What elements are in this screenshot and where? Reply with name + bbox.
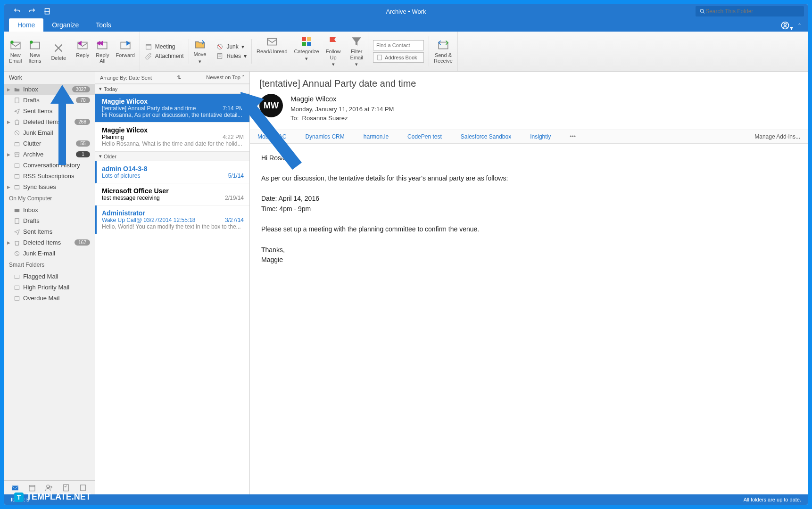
folder-clutter[interactable]: Clutter55 (4, 138, 95, 149)
message-item[interactable]: Maggie Wilcox [tentative] Annual Party d… (95, 94, 249, 123)
new-items-button[interactable]: New Items (29, 39, 41, 64)
manage-addins-button[interactable]: Manage Add-ins... (754, 133, 800, 140)
addin-link[interactable]: Dynamics CRM (305, 133, 344, 140)
message-item[interactable]: admin O14-3-8 Lots of pictures5/1/14 (95, 161, 249, 183)
folder-junk-email[interactable]: Junk Email (4, 127, 95, 138)
filter-email-button[interactable]: Filter Email ▾ (350, 35, 364, 67)
tab-organize[interactable]: Organize (43, 18, 87, 32)
svg-rect-14 (267, 39, 277, 45)
new-email-button[interactable]: New Email (9, 39, 22, 64)
arrange-by-button[interactable]: Arrange By: Date Sent (100, 75, 152, 81)
group-older[interactable]: ▾ Older (95, 151, 249, 161)
group-today[interactable]: ▾ Today (95, 84, 249, 94)
folder-inbox-local[interactable]: Inbox (4, 205, 95, 215)
reading-body: Hi Rosanna, As per our discussion, the t… (250, 144, 808, 275)
reading-from: Maggie Wilcox (290, 94, 394, 105)
notes-nav-icon[interactable] (79, 484, 87, 492)
folder-rss[interactable]: RSS Subscriptions (4, 171, 95, 181)
addin-link[interactable]: Salesforce Sandbox (461, 133, 511, 140)
folder-deleted-items[interactable]: ▶Deleted Items268 (4, 116, 95, 127)
svg-rect-16 (307, 37, 311, 41)
move-button[interactable]: Move ▾ (194, 38, 207, 64)
addin-link[interactable]: CodePen test (407, 133, 442, 140)
svg-rect-29 (15, 218, 19, 223)
search-box[interactable] (696, 6, 804, 16)
addins-bar: Mobile1 AC Dynamics CRM harmon.ie CodePe… (250, 130, 808, 144)
svg-rect-20 (439, 42, 448, 49)
tasks-nav-icon[interactable] (62, 484, 70, 492)
folder-junk-local[interactable]: Junk E-mail (4, 248, 95, 259)
ribbon: New Email New Items Delete Reply Reply A… (4, 32, 808, 72)
folder-archive[interactable]: ▶Archive1 (4, 149, 95, 160)
svg-point-5 (10, 41, 14, 44)
section-smart-folders[interactable]: Smart Folders (4, 259, 95, 271)
svg-rect-23 (15, 142, 19, 146)
print-icon[interactable] (43, 7, 51, 16)
undo-icon[interactable] (13, 7, 21, 16)
forward-button[interactable]: Forward (116, 39, 134, 64)
collapse-ribbon-icon[interactable]: ˄ (798, 23, 801, 30)
reply-all-button[interactable]: Reply All (96, 39, 109, 64)
address-book-button[interactable]: Address Book (373, 52, 424, 63)
reply-button[interactable]: Reply (76, 39, 89, 64)
folder-deleted-local[interactable]: ▶Deleted Items167 (4, 237, 95, 248)
svg-rect-32 (15, 286, 19, 289)
reading-subject: [tentative] Annual Party date and time (250, 72, 808, 94)
mail-nav-icon[interactable] (11, 484, 19, 492)
titlebar: Archive • Work (4, 4, 808, 18)
rules-button[interactable]: Rules ▾ (216, 52, 247, 60)
folder-high-priority[interactable]: High Priority Mail (4, 282, 95, 293)
folder-drafts[interactable]: Drafts70 (4, 95, 95, 106)
newest-on-top-button[interactable]: Newest on Top ˄ (206, 74, 245, 81)
calendar-nav-icon[interactable] (28, 484, 36, 492)
folder-sync-issues[interactable]: ▶Sync Issues (4, 181, 95, 192)
svg-rect-26 (15, 164, 19, 167)
find-contact-input[interactable] (373, 40, 424, 50)
folder-sent-local[interactable]: Sent Items (4, 226, 95, 237)
svg-point-37 (50, 486, 52, 488)
attachment-button[interactable]: Attachment (145, 52, 184, 60)
folder-conversation-history[interactable]: Conversation History (4, 160, 95, 171)
svg-rect-0 (45, 11, 50, 14)
ribbon-tabs: Home Organize Tools ▾ ˄ (4, 18, 808, 32)
message-item[interactable]: Microsoft Office User test message recei… (95, 183, 249, 205)
account-icon[interactable]: ▾ (780, 21, 793, 32)
svg-rect-28 (15, 185, 19, 189)
folder-flagged-mail[interactable]: Flagged Mail (4, 271, 95, 282)
search-input[interactable] (705, 8, 800, 15)
delete-button[interactable]: Delete (51, 42, 66, 61)
addin-link[interactable]: Insightly (530, 133, 551, 140)
section-on-my-computer[interactable]: On My Computer (4, 192, 95, 205)
window-title: Archive • Work (4, 8, 808, 15)
section-work[interactable]: Work (4, 72, 95, 84)
tab-tools[interactable]: Tools (87, 18, 120, 32)
follow-up-button[interactable]: Follow Up ▾ (326, 35, 341, 67)
junk-button[interactable]: Junk ▾ (216, 43, 247, 50)
categorize-button[interactable]: Categorize ▾ (294, 35, 319, 67)
svg-point-1 (700, 9, 704, 13)
folder-drafts-local[interactable]: Drafts (4, 215, 95, 226)
meeting-button[interactable]: Meeting (145, 43, 184, 50)
svg-point-36 (47, 485, 50, 488)
folder-sent-items[interactable]: Sent Items (4, 106, 95, 116)
read-unread-button[interactable]: Read/Unread (257, 35, 287, 67)
message-item[interactable]: Maggie Wilcox Planning4:22 PM Hello Rosa… (95, 123, 249, 151)
status-sync: All folders are up to date. (744, 497, 801, 502)
status-bar: Items: 5 All folders are up to date. (4, 494, 808, 505)
svg-rect-21 (15, 98, 19, 103)
svg-rect-27 (15, 174, 19, 178)
folder-overdue-mail[interactable]: Overdue Mail (4, 293, 95, 304)
addin-link[interactable]: harmon.ie (364, 133, 389, 140)
folder-inbox[interactable]: ▶Inbox3027 (4, 84, 95, 95)
addins-more-icon[interactable]: ••• (570, 133, 576, 140)
svg-rect-38 (64, 484, 69, 491)
svg-point-3 (784, 23, 787, 25)
addin-link[interactable]: Mobile1 AC (257, 133, 286, 140)
message-item[interactable]: Administrator Wake Up Call@ 03/27/2014 1… (95, 205, 249, 234)
svg-rect-18 (307, 42, 311, 46)
send-receive-button[interactable]: Send & Receive (434, 39, 453, 64)
people-nav-icon[interactable] (45, 484, 53, 492)
redo-icon[interactable] (28, 7, 36, 16)
tab-home[interactable]: Home (9, 18, 43, 32)
svg-rect-25 (15, 154, 19, 156)
